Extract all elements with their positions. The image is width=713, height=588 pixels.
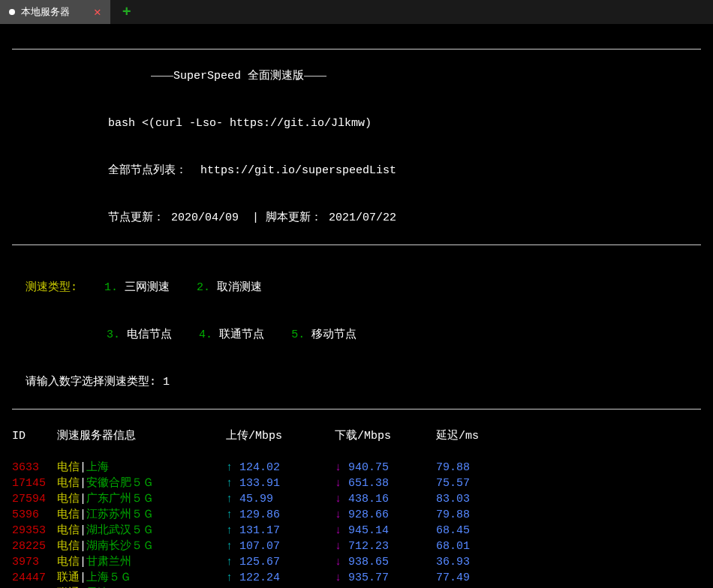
cell-id: 3633 (12, 460, 57, 476)
cell-id: 24447 (12, 570, 57, 586)
opt-text: 移动节点 (311, 328, 356, 341)
col-ping: 延迟/ms (436, 428, 511, 444)
terminal-output[interactable]: SuperSpeed 全面测速版 bash <(curl -Lso- https… (0, 24, 713, 588)
opt-num: 5. (291, 328, 305, 341)
table-row: 28225电信|湖南长沙５Ｇ↑ 107.07↓ 712.2368.01 (12, 538, 701, 554)
opt-text: 联通节点 (219, 328, 264, 341)
opt-num: 3. (107, 328, 120, 341)
connection-dot-icon (9, 9, 15, 15)
cell-download: ↓ 712.23 (335, 538, 436, 554)
cell-ping: 68.01 (436, 538, 511, 554)
opt-text: 电信节点 (127, 328, 172, 341)
cell-id: 3973 (12, 554, 57, 570)
table-row: 3633 电信|上海↑ 124.02↓ 940.7579.88 (12, 460, 701, 476)
script-update-date: 2021/07/22 (329, 212, 396, 224)
opt-num: 4. (199, 328, 212, 341)
cell-download: ↓ 938.65 (335, 554, 436, 570)
cell-info: 电信|江苏苏州５Ｇ (57, 507, 226, 523)
opt-num: 2. (197, 281, 210, 294)
app-title: SuperSpeed 全面测速版 (173, 68, 304, 84)
add-tab-icon[interactable]: + (122, 4, 131, 21)
tab-bar: 本地服务器 ✕ + (0, 0, 713, 24)
cell-id: 17145 (12, 476, 57, 491)
node-update-label: 节点更新： (108, 212, 164, 224)
tab-title: 本地服务器 (21, 5, 70, 19)
col-down: 下载/Mbps (335, 428, 436, 444)
table-body: 3633 电信|上海↑ 124.02↓ 940.7579.8817145电信|安… (12, 460, 701, 588)
cell-id: 28225 (12, 538, 57, 554)
cell-info: 联通|上海５Ｇ (57, 570, 226, 586)
tab-local-server[interactable]: 本地服务器 ✕ (0, 0, 110, 24)
table-row: 5396 电信|江苏苏州５Ｇ↑ 129.86↓ 928.6679.88 (12, 507, 701, 523)
cell-upload: ↑ 122.24 (226, 570, 335, 586)
opt-text: 取消测速 (217, 281, 262, 294)
cell-upload: ↑ 107.07 (226, 538, 335, 554)
table-header: ID 测速服务器信息 上传/Mbps 下载/Mbps 延迟/ms (12, 428, 701, 444)
close-icon[interactable]: ✕ (94, 4, 101, 20)
cell-ping: 36.93 (436, 554, 511, 570)
node-list-url: https://git.io/superspeedList (200, 164, 396, 177)
prompt-input: 1 (163, 376, 170, 388)
prompt-label: 请输入数字选择测速类型: (26, 376, 163, 388)
node-list-label: 全部节点列表： (108, 164, 187, 177)
bash-command: bash <(curl -Lso- https://git.io/Jlkmw) (108, 117, 372, 130)
cell-download: ↓ 935.77 (335, 570, 436, 586)
cell-info: 电信|湖北武汉５Ｇ (57, 523, 226, 538)
cell-upload: ↑ 129.86 (226, 507, 335, 523)
cell-upload: ↑ 124.02 (226, 460, 335, 476)
table-row: 27594电信|广东广州５Ｇ↑ 45.99↓ 438.1683.03 (12, 491, 701, 507)
cell-upload: ↑ 45.99 (226, 491, 335, 507)
cell-ping: 79.88 (436, 507, 511, 523)
cell-id: 27594 (12, 491, 57, 507)
opt-num: 1. (104, 281, 118, 294)
cell-ping: 83.03 (436, 491, 511, 507)
cell-info: 电信|上海 (57, 460, 226, 476)
cell-ping: 79.88 (436, 460, 511, 476)
cell-download: ↓ 928.66 (335, 507, 436, 523)
cell-info: 电信|湖南长沙５Ｇ (57, 538, 226, 554)
cell-download: ↓ 940.75 (335, 460, 436, 476)
table-row: 29353电信|湖北武汉５Ｇ↑ 131.17↓ 945.1468.45 (12, 523, 701, 538)
cell-ping: 68.45 (436, 523, 511, 538)
cell-download: ↓ 438.16 (335, 491, 436, 507)
divider (12, 409, 701, 410)
table-row: 24447联通|上海５Ｇ↑ 122.24↓ 935.7777.49 (12, 570, 701, 586)
cell-ping: 75.57 (436, 476, 511, 491)
cell-upload: ↑ 131.17 (226, 523, 335, 538)
cell-info: 电信|甘肃兰州 (57, 554, 226, 570)
cell-info: 电信|安徽合肥５Ｇ (57, 476, 226, 491)
cell-download: ↓ 945.14 (335, 523, 436, 538)
table-row: 17145电信|安徽合肥５Ｇ↑ 133.91↓ 651.3875.57 (12, 476, 701, 491)
cell-ping: 77.49 (436, 570, 511, 586)
table-row: 3973 电信|甘肃兰州↑ 125.67↓ 938.6536.93 (12, 554, 701, 570)
title-line: SuperSpeed 全面测速版 (12, 68, 701, 84)
opt-text: 三网测速 (125, 281, 170, 294)
cell-info: 电信|广东广州５Ｇ (57, 491, 226, 507)
script-update-label: 脚本更新： (266, 212, 322, 224)
menu-label: 测速类型: (26, 281, 77, 294)
col-up: 上传/Mbps (226, 428, 335, 444)
col-id: ID (12, 428, 57, 444)
node-update-date: 2020/04/09 (171, 212, 239, 224)
cell-id: 5396 (12, 507, 57, 523)
cell-upload: ↑ 125.67 (226, 554, 335, 570)
cell-download: ↓ 651.38 (335, 476, 436, 491)
col-info: 测速服务器信息 (57, 428, 226, 444)
divider (12, 244, 701, 245)
cell-upload: ↑ 133.91 (226, 476, 335, 491)
divider (12, 49, 701, 50)
cell-id: 29353 (12, 523, 57, 538)
